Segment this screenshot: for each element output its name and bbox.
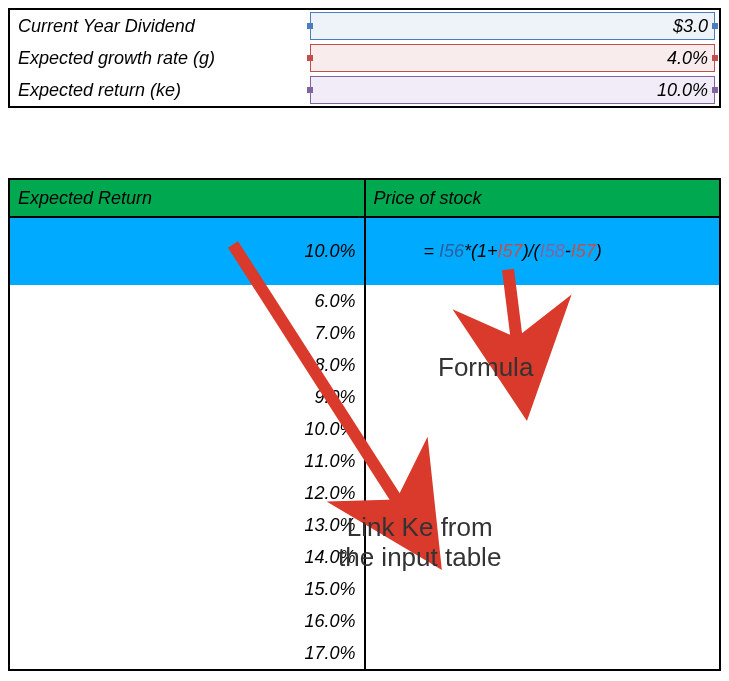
formula-text: = I56*(1+I57)/(I58-I57) (374, 241, 602, 282)
ke-cell: 9.0% (9, 381, 365, 413)
ke-cell: 10.0% (9, 413, 365, 445)
ke-cell: 11.0% (9, 445, 365, 477)
ke-cell: 16.0% (9, 605, 365, 637)
output-table-wrap: Expected Return Price of stock 10.0% = I… (8, 178, 721, 671)
input-row-dividend: Current Year Dividend $3.0 (9, 9, 720, 42)
ke-cell: 12.0% (9, 477, 365, 509)
ke-cell: 15.0% (9, 573, 365, 605)
ke-cell: 14.0% (9, 541, 365, 573)
ke-cell: 7.0% (9, 317, 365, 349)
formula-cell[interactable]: = I56*(1+I57)/(I58-I57) (365, 217, 721, 285)
input-label: Current Year Dividend (9, 9, 306, 42)
header-price: Price of stock (365, 179, 721, 217)
ke-cell: 6.0% (9, 285, 365, 317)
input-row-growth: Expected growth rate (g) 4.0% (9, 42, 720, 74)
ke-cell: 8.0% (9, 349, 365, 381)
input-value-ke[interactable]: 10.0% (310, 76, 715, 104)
ke-cell: 13.0% (9, 509, 365, 541)
selected-row[interactable]: 10.0% = I56*(1+I57)/(I58-I57) (9, 217, 720, 285)
input-row-ke: Expected return (ke) 10.0% (9, 74, 720, 107)
header-expected-return: Expected Return (9, 179, 365, 217)
input-value-growth[interactable]: 4.0% (310, 44, 715, 72)
ke-cell: 17.0% (9, 637, 365, 670)
output-table: Expected Return Price of stock 10.0% = I… (8, 178, 721, 671)
input-table: Current Year Dividend $3.0 Expected grow… (8, 8, 721, 108)
selected-ke-cell[interactable]: 10.0% (9, 217, 365, 285)
input-value-dividend[interactable]: $3.0 (310, 12, 715, 40)
input-label: Expected growth rate (g) (9, 42, 306, 74)
input-label: Expected return (ke) (9, 74, 306, 107)
